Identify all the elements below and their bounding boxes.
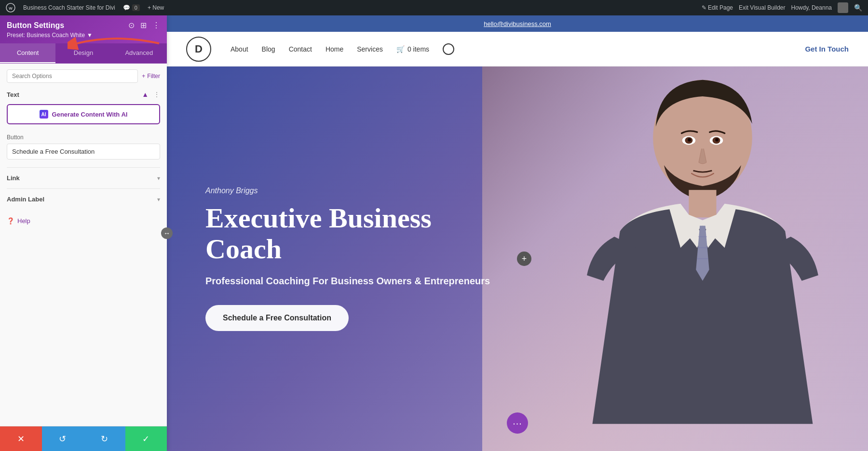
generate-ai-label: Generate Content With AI — [52, 111, 128, 118]
panel-footer: ✕ ↺ ↻ ✓ — [0, 426, 167, 451]
help-section[interactable]: ❓ Help — [7, 210, 160, 232]
panel-body: + Filter Text ▲ ⋮ AI Generate Conte — [0, 64, 167, 426]
svg-rect-4 — [689, 190, 717, 217]
edit-page-button[interactable]: ✎ Edit Page — [702, 4, 733, 11]
exit-visual-label: Exit Visual Builder — [739, 4, 786, 11]
wp-admin-bar: W Business Coach Starter Site for Divi 💬… — [0, 0, 868, 15]
cart-items-count: 0 items — [407, 45, 429, 53]
site-name-bar-item[interactable]: Business Coach Starter Site for Divi — [23, 4, 115, 11]
nav-cta-button[interactable]: Get In Touch — [805, 45, 849, 53]
edit-page-label: Edit Page — [708, 4, 733, 11]
purple-dots-menu[interactable]: ··· — [507, 412, 528, 434]
hero-subtitle: Professional Coaching For Business Owner… — [205, 274, 490, 288]
nav-link-blog[interactable]: Blog — [262, 45, 275, 53]
filter-label: Filter — [147, 73, 160, 80]
hero-cta-button[interactable]: Schedule a Free Consultation — [205, 305, 349, 331]
ai-icon: AI — [40, 110, 48, 119]
new-bar-item[interactable]: + New — [148, 4, 164, 11]
text-section-toggle[interactable]: ▲ — [142, 91, 149, 98]
save-icon: ✓ — [142, 434, 149, 444]
hero-person-name: Anthony Briggs — [205, 186, 490, 195]
new-label: + New — [148, 4, 164, 11]
tab-content[interactable]: Content — [0, 43, 55, 63]
wp-logo-item[interactable]: W — [6, 3, 15, 13]
hero-section: Anthony Briggs Executive Business Coach … — [167, 66, 868, 451]
save-button[interactable]: ✓ — [125, 426, 167, 451]
comment-count: 0 — [132, 4, 140, 11]
nav-cart[interactable]: 🛒 0 items — [396, 45, 429, 53]
dots-icon: ··· — [513, 418, 522, 429]
admin-label-section-header[interactable]: Admin Label ▾ — [7, 196, 160, 203]
svg-point-13 — [716, 138, 719, 142]
admin-label-title: Admin Label — [7, 196, 44, 203]
text-section-header: Text ▲ ⋮ — [7, 91, 160, 98]
panel-header: Button Settings ⊙ ⊞ ⋮ Preset: Business C… — [0, 15, 167, 43]
help-circle-icon: ❓ — [7, 217, 14, 225]
add-element-button[interactable]: + — [517, 252, 531, 266]
tab-design[interactable]: Design — [55, 43, 111, 63]
man-silhouette — [482, 66, 868, 451]
comment-icon: 💬 — [123, 4, 130, 11]
preset-arrow: ▼ — [87, 32, 93, 39]
button-text-input[interactable] — [7, 144, 160, 159]
panel-preset[interactable]: Preset: Business Coach White ▼ — [7, 32, 160, 39]
undo-button[interactable]: ↺ — [42, 426, 84, 451]
left-panel: Button Settings ⊙ ⊞ ⋮ Preset: Business C… — [0, 15, 167, 451]
redo-button[interactable]: ↻ — [83, 426, 125, 451]
filter-button[interactable]: + Filter — [142, 73, 160, 80]
text-section-title: Text — [7, 91, 19, 98]
admin-label-chevron: ▾ — [157, 196, 160, 203]
link-section-title: Link — [7, 174, 20, 182]
close-button[interactable]: ✕ — [0, 426, 42, 451]
site-nav: D About Blog Contact Home Services 🛒 0 i… — [167, 32, 868, 66]
search-options-row: + Filter — [7, 69, 160, 83]
nav-link-services[interactable]: Services — [357, 45, 383, 53]
nav-link-contact[interactable]: Contact — [289, 45, 312, 53]
text-section-label: Text — [7, 91, 19, 98]
exit-visual-builder-button[interactable]: Exit Visual Builder — [739, 4, 786, 11]
nav-link-home[interactable]: Home — [326, 45, 343, 53]
close-icon: ✕ — [17, 434, 25, 444]
resize-handle[interactable]: ↔ — [161, 227, 173, 239]
button-field-section: Button — [7, 134, 160, 159]
pencil-icon: ✎ — [702, 4, 706, 11]
undo-icon: ↺ — [59, 434, 66, 444]
nav-search-button[interactable] — [443, 43, 454, 55]
button-field-label: Button — [7, 134, 160, 141]
admin-bar-right: ✎ Edit Page Exit Visual Builder Howdy, D… — [702, 2, 862, 13]
site-email-link[interactable]: hello@divibusiness.com — [484, 20, 551, 27]
more-icon-button[interactable]: ⋮ — [152, 22, 160, 29]
link-section: Link ▾ — [7, 167, 160, 188]
hero-background-image — [482, 66, 868, 451]
site-logo[interactable]: D — [186, 37, 211, 62]
redo-icon: ↻ — [101, 434, 108, 444]
site-topbar: hello@divibusiness.com — [167, 15, 868, 32]
generate-ai-button[interactable]: AI Generate Content With AI — [7, 104, 160, 124]
link-section-chevron: ▾ — [157, 175, 160, 182]
svg-point-12 — [688, 138, 691, 142]
hero-content: Anthony Briggs Executive Business Coach … — [205, 186, 490, 331]
search-options-input[interactable] — [7, 69, 138, 83]
comments-bar-item[interactable]: 💬 0 — [123, 4, 140, 11]
tab-advanced[interactable]: Advanced — [111, 43, 167, 63]
nav-link-about[interactable]: About — [231, 45, 248, 53]
main-layout: Button Settings ⊙ ⊞ ⋮ Preset: Business C… — [0, 15, 868, 451]
right-panel: hello@divibusiness.com D About Blog Cont… — [167, 15, 868, 451]
focus-icon-button[interactable]: ⊙ — [128, 22, 135, 29]
help-label: Help — [17, 217, 30, 225]
panel-title-row: Button Settings ⊙ ⊞ ⋮ — [7, 21, 160, 30]
filter-plus-icon: + — [142, 73, 145, 80]
hero-title-line1: Executive Business — [205, 202, 432, 234]
nav-links: About Blog Contact Home Services 🛒 0 ite… — [231, 43, 789, 55]
link-section-header[interactable]: Link ▾ — [7, 174, 160, 182]
text-section-dots[interactable]: ⋮ — [153, 91, 160, 98]
search-icon[interactable]: 🔍 — [854, 4, 862, 12]
cart-icon: 🛒 — [396, 45, 405, 53]
panel-tabs: Content Design Advanced — [0, 43, 167, 64]
preset-label: Preset: Business Coach White — [7, 32, 85, 39]
panel-title-icons: ⊙ ⊞ ⋮ — [128, 22, 160, 29]
search-circle-icon — [443, 43, 454, 55]
site-name-label: Business Coach Starter Site for Divi — [23, 4, 115, 11]
admin-label-section: Admin Label ▾ — [7, 188, 160, 210]
grid-icon-button[interactable]: ⊞ — [140, 22, 147, 29]
